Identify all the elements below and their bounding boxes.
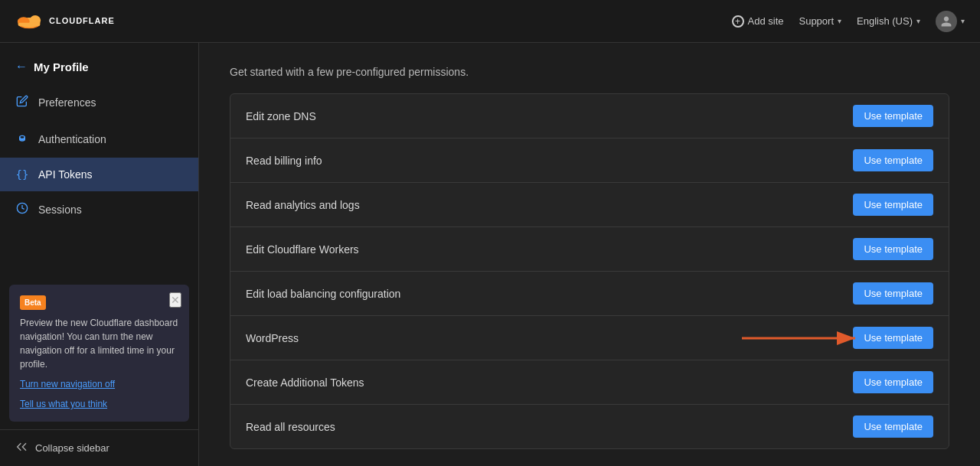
template-name-wordpress: WordPress [246,332,299,344]
content-area: Get started with a few pre-configured pe… [199,43,980,466]
language-label: English (US) [857,15,913,27]
turn-off-navigation-link[interactable]: Turn new navigation off [20,377,178,391]
template-name-edit-load-balancing: Edit load balancing configuration [246,288,400,300]
template-name-read-billing-info: Read billing info [246,155,322,167]
sidebar-item-api-tokens[interactable]: {} API Tokens [0,158,198,191]
sidebar: ← My Profile Preferences Authentication … [0,43,199,466]
sidebar-item-sessions[interactable]: Sessions [0,191,198,228]
template-name-create-additional-tokens: Create Additional Tokens [246,376,364,389]
topnav-right: + Add site Support ▾ English (US) ▾ ▾ [732,11,965,32]
sidebar-nav: ← My Profile Preferences Authentication … [0,43,198,277]
authentication-icon [15,132,29,147]
authentication-label: Authentication [38,133,106,145]
template-row-wordpress: WordPress Use template [230,316,949,360]
support-chevron-icon: ▾ [838,17,841,25]
api-tokens-icon: {} [15,168,29,181]
sidebar-item-preferences[interactable]: Preferences [0,84,198,121]
preferences-icon [15,95,29,110]
template-table: Edit zone DNS Use template Read billing … [230,93,949,449]
beta-card: Beta ✕ Preview the new Cloudflare dashbo… [9,285,189,422]
use-template-button-edit-zone-dns[interactable]: Use template [853,105,933,127]
use-template-button-read-all-resources[interactable]: Use template [853,415,933,438]
beta-badge: Beta [20,295,46,310]
template-row-edit-load-balancing: Edit load balancing configuration Use te… [230,272,949,316]
use-template-button-read-billing-info[interactable]: Use template [853,149,933,171]
tell-us-link[interactable]: Tell us what you think [20,397,178,411]
use-template-button-edit-cloudflare-workers[interactable]: Use template [853,238,933,260]
annotation-arrow-icon [742,327,864,350]
svg-point-5 [20,135,25,138]
collapse-icon [15,441,28,455]
user-avatar [936,11,957,32]
template-name-edit-zone-dns: Edit zone DNS [246,110,316,122]
template-name-read-all-resources: Read all resources [246,421,335,433]
user-chevron-icon: ▾ [961,17,965,25]
language-button[interactable]: English (US) ▾ [857,15,920,27]
template-name-read-analytics-logs: Read analytics and logs [246,199,360,211]
user-menu-button[interactable]: ▾ [936,11,965,32]
template-row-create-additional-tokens: Create Additional Tokens Use template [230,360,949,405]
logo-text: CLOUDFLARE [49,16,115,26]
collapse-label: Collapse sidebar [35,442,109,454]
template-row-read-all-resources: Read all resources Use template [230,405,949,448]
use-template-button-edit-load-balancing[interactable]: Use template [853,282,933,305]
template-row-edit-zone-dns: Edit zone DNS Use template [230,94,949,138]
add-site-button[interactable]: + Add site [732,15,784,28]
collapse-sidebar-button[interactable]: Collapse sidebar [0,429,198,466]
use-template-button-wordpress[interactable]: Use template [853,327,933,349]
sessions-icon [15,202,29,217]
plus-icon: + [732,15,744,28]
sessions-label: Sessions [38,204,82,216]
top-nav: CLOUDFLARE + Add site Support ▾ English … [0,0,980,43]
use-template-button-create-additional-tokens[interactable]: Use template [853,371,933,393]
svg-rect-4 [18,22,41,25]
template-row-edit-cloudflare-workers: Edit Cloudflare Workers Use template [230,227,949,272]
logo[interactable]: CLOUDFLARE [15,8,115,35]
template-name-edit-cloudflare-workers: Edit Cloudflare Workers [246,243,359,256]
beta-card-text: Preview the new Cloudflare dashboard nav… [20,316,178,371]
back-arrow-icon: ← [15,60,28,73]
content-intro: Get started with a few pre-configured pe… [230,66,949,78]
api-tokens-label: API Tokens [38,168,93,181]
main-layout: ← My Profile Preferences Authentication … [0,43,980,466]
sidebar-back-label: My Profile [34,60,89,73]
support-label: Support [799,15,834,27]
use-template-button-read-analytics-logs[interactable]: Use template [853,194,933,216]
sidebar-item-authentication[interactable]: Authentication [0,121,198,158]
template-row-read-analytics-logs: Read analytics and logs Use template [230,183,949,227]
beta-close-button[interactable]: ✕ [169,292,181,308]
language-chevron-icon: ▾ [916,17,920,25]
sidebar-back-button[interactable]: ← My Profile [0,49,198,84]
template-row-read-billing-info: Read billing info Use template [230,138,949,183]
preferences-label: Preferences [38,96,96,109]
add-site-label: Add site [748,15,784,27]
support-button[interactable]: Support ▾ [799,15,841,27]
